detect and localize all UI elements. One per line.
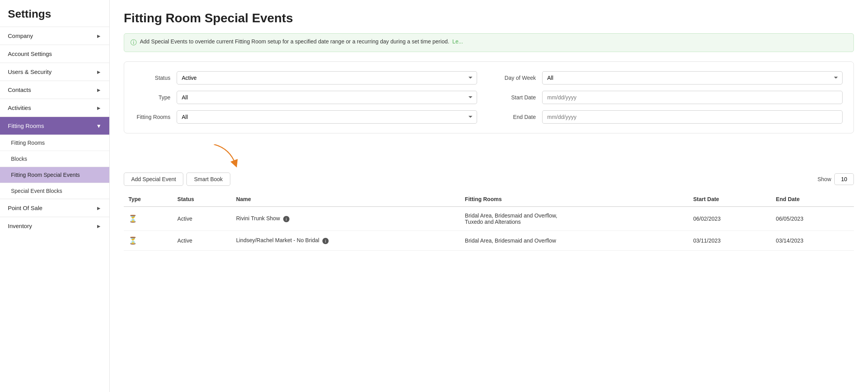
sidebar-subitem-special-event-blocks[interactable]: Special Event Blocks [0,183,109,199]
banner-text: Add Special Events to override current F… [140,38,449,45]
row-fitting-rooms: Bridal Area, Bridesmaid and Overflow [460,231,689,251]
main-content: Fitting Room Special Events ⓘ Add Specia… [110,0,868,392]
banner-link[interactable]: Le... [452,38,463,45]
status-label: Status [135,75,170,81]
type-label: Type [135,94,170,101]
sidebar-item-label: Users & Security [8,68,52,75]
sidebar-item-label: Activities [8,104,31,111]
actions-bar: Add Special Event Smart Book Show [124,169,854,186]
chevron-down-icon: ▼ [96,123,101,129]
col-name: Name [231,192,460,207]
col-start-date: Start Date [689,192,771,207]
filter-grid: Status Active Inactive All Type All Recu… [135,71,843,124]
show-label: Show [817,176,831,182]
chevron-right-icon: ► [96,33,101,39]
sidebar-item-label: Inventory [8,223,32,229]
day-of-week-select[interactable]: All Monday Tuesday Wednesday Thursday Fr… [542,71,843,85]
row-name: Rivini Trunk Show i [231,207,460,231]
info-icon[interactable]: i [283,216,289,222]
row-fitting-rooms: Bridal Area, Bridesmaid and Overflow,Tux… [460,207,689,231]
col-status: Status [173,192,231,207]
col-type: Type [124,192,173,207]
filter-row-status: Status Active Inactive All [135,71,477,85]
show-row: Show [817,173,854,185]
chevron-right-icon: ► [96,69,101,75]
sidebar: Settings Company ► Account Settings User… [0,0,110,392]
annotation-arrow [124,143,854,168]
filter-section: Status Active Inactive All Type All Recu… [124,61,854,133]
sidebar-item-fitting-rooms[interactable]: Fitting Rooms ▼ [0,117,109,135]
day-of-week-label: Day of Week [501,75,536,81]
sidebar-item-account-settings[interactable]: Account Settings [0,45,109,63]
sidebar-item-label: Fitting Rooms [8,122,44,129]
chevron-right-icon: ► [96,205,101,211]
orange-arrow-svg [210,144,241,168]
row-type-icon: ⏳ [124,231,173,251]
table-header: Type Status Name Fitting Rooms Start Dat… [124,192,854,207]
sidebar-subitem-fitting-rooms[interactable]: Fitting Rooms [0,135,109,151]
filter-row-end-date: End Date [501,110,843,124]
end-date-input[interactable] [542,110,843,124]
clock-icon: ⏳ [128,215,137,223]
row-name: Lindsey/Rachel Market - No Bridal i [231,231,460,251]
type-select[interactable]: All Recurring Date Range [177,91,477,104]
fitting-rooms-select[interactable]: All [177,110,477,124]
filter-row-type: Type All Recurring Date Range [135,91,477,104]
row-status: Active [173,231,231,251]
col-end-date: End Date [771,192,854,207]
sidebar-subitem-fitting-room-special-events[interactable]: Fitting Room Special Events [0,167,109,183]
sidebar-item-contacts[interactable]: Contacts ► [0,81,109,99]
info-icon[interactable]: i [322,238,329,244]
table-body: ⏳ Active Rivini Trunk Show i Bridal Area… [124,207,854,251]
info-banner: ⓘ Add Special Events to override current… [124,33,854,52]
status-select[interactable]: Active Inactive All [177,71,477,85]
row-start-date: 03/11/2023 [689,231,771,251]
fitting-rooms-label: Fitting Rooms [135,114,170,120]
row-end-date: 06/05/2023 [771,207,854,231]
sidebar-item-label: Point Of Sale [8,205,42,211]
chevron-right-icon: ► [96,223,101,229]
filter-row-day-of-week: Day of Week All Monday Tuesday Wednesday… [501,71,843,85]
table-row: ⏳ Active Lindsey/Rachel Market - No Brid… [124,231,854,251]
show-count-input[interactable] [834,173,854,185]
smart-book-button[interactable]: Smart Book [186,173,230,186]
start-date-input[interactable] [542,91,843,104]
sidebar-item-inventory[interactable]: Inventory ► [0,217,109,235]
end-date-label: End Date [501,114,536,120]
table-row: ⏳ Active Rivini Trunk Show i Bridal Area… [124,207,854,231]
sidebar-title: Settings [0,0,109,27]
filter-row-start-date: Start Date [501,91,843,104]
chevron-right-icon: ► [96,87,101,93]
sidebar-item-point-of-sale[interactable]: Point Of Sale ► [0,199,109,217]
events-table: Type Status Name Fitting Rooms Start Dat… [124,192,854,251]
chevron-right-icon: ► [96,105,101,111]
row-end-date: 03/14/2023 [771,231,854,251]
add-special-event-button[interactable]: Add Special Event [124,173,183,186]
filter-row-fitting-rooms: Fitting Rooms All [135,110,477,124]
sidebar-item-activities[interactable]: Activities ► [0,99,109,117]
sidebar-item-company[interactable]: Company ► [0,27,109,45]
start-date-label: Start Date [501,94,536,101]
sidebar-item-label: Account Settings [8,50,52,57]
sidebar-item-label: Contacts [8,86,31,93]
sidebar-item-label: Company [8,32,33,39]
sidebar-subitem-blocks[interactable]: Blocks [0,151,109,167]
actions-left: Add Special Event Smart Book [124,173,230,186]
col-fitting-rooms: Fitting Rooms [460,192,689,207]
info-circle-icon: ⓘ [130,39,137,47]
page-title: Fitting Room Special Events [124,11,854,25]
row-start-date: 06/02/2023 [689,207,771,231]
clock-icon: ⏳ [128,237,137,245]
row-status: Active [173,207,231,231]
sidebar-item-users-security[interactable]: Users & Security ► [0,63,109,81]
fitting-rooms-subitems: Fitting Rooms Blocks Fitting Room Specia… [0,135,109,199]
row-type-icon: ⏳ [124,207,173,231]
